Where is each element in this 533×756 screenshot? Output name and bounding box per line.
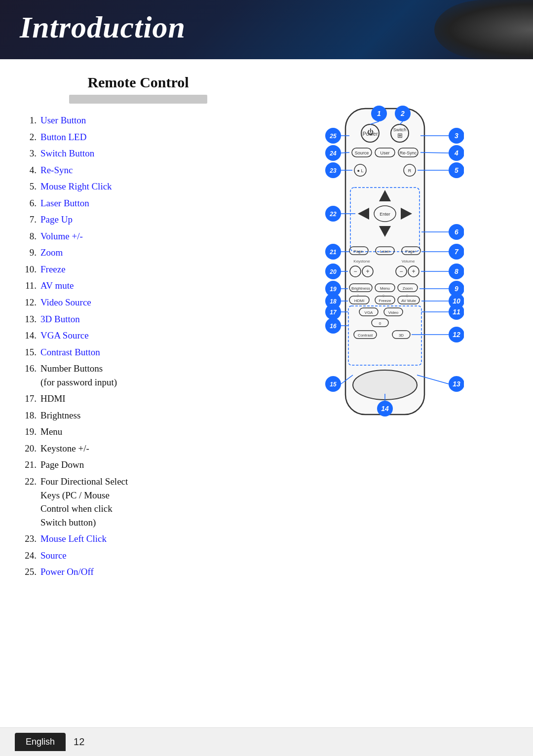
page-number: 12 <box>74 736 84 748</box>
svg-text:Page+: Page+ <box>405 249 417 254</box>
svg-text:HDMI: HDMI <box>354 299 364 303</box>
item-number: 17. <box>20 392 40 406</box>
item-label: Page Down <box>40 458 84 472</box>
svg-text:13: 13 <box>453 380 460 388</box>
svg-text:7: 7 <box>455 248 459 256</box>
item-label: Contrast Button <box>40 345 100 359</box>
svg-text:Freeze: Freeze <box>379 299 391 303</box>
svg-text:Menu: Menu <box>380 286 390 291</box>
svg-text:−: − <box>399 268 403 275</box>
item-label: Switch Button <box>40 147 94 160</box>
svg-text:0: 0 <box>379 321 381 326</box>
svg-text:Enter: Enter <box>380 212 390 217</box>
svg-text:6: 6 <box>455 228 458 236</box>
item-number: 19. <box>20 425 40 439</box>
svg-text:9: 9 <box>406 294 408 298</box>
item-label: Freeze <box>40 263 66 276</box>
item-number: 22. <box>20 475 40 489</box>
item-number: 20. <box>20 442 40 455</box>
list-item: 6.Laser Button <box>20 196 257 210</box>
item-number: 16. <box>20 362 40 376</box>
right-panel: Power ⏻ Switch ⊞ Source User Re-Sync ● L <box>266 74 513 582</box>
svg-text:Laser: Laser <box>380 249 390 254</box>
list-item: 24.Source <box>20 549 257 563</box>
svg-text:20: 20 <box>329 268 337 275</box>
item-label: VGA Source <box>40 329 89 342</box>
item-number: 1. <box>20 113 40 127</box>
section-heading: Remote Control <box>20 74 257 91</box>
item-number: 4. <box>20 163 40 177</box>
item-label: Keystone +/- <box>40 442 89 455</box>
item-number: 7. <box>20 213 40 227</box>
svg-text:25: 25 <box>329 133 337 140</box>
main-content: Remote Control 1.User Button2.Button LED… <box>0 59 533 611</box>
list-item: 25.Power On/Off <box>20 565 257 579</box>
svg-text:● L: ● L <box>357 168 364 173</box>
svg-text:3D: 3D <box>399 333 404 338</box>
left-panel: Remote Control 1.User Button2.Button LED… <box>20 74 257 582</box>
item-list: 1.User Button2.Button LED3.Switch Button… <box>20 113 257 579</box>
svg-text:9: 9 <box>455 285 458 293</box>
language-tab: English <box>15 733 66 751</box>
item-number: 9. <box>20 246 40 260</box>
item-number: 24. <box>20 549 40 563</box>
svg-text:16: 16 <box>330 323 337 330</box>
list-item: 17.HDMI <box>20 392 257 406</box>
svg-text:8: 8 <box>382 294 384 298</box>
item-number: 13. <box>20 312 40 326</box>
item-label: HDMI <box>40 392 66 406</box>
svg-text:⊞: ⊞ <box>397 132 403 139</box>
list-item: 11.AV mute <box>20 279 257 293</box>
list-item: 2.Button LED <box>20 130 257 144</box>
list-item: 8.Volume +/- <box>20 229 257 243</box>
remote-diagram: Power ⏻ Switch ⊞ Source User Re-Sync ● L <box>306 79 474 466</box>
item-number: 3. <box>20 147 40 160</box>
list-item: 12.Video Source <box>20 296 257 309</box>
item-label: Re-Sync <box>40 163 73 177</box>
svg-text:3: 3 <box>455 132 458 140</box>
list-item: 15.Contrast Button <box>20 345 257 359</box>
svg-text:12: 12 <box>453 331 460 339</box>
svg-text:User: User <box>380 151 389 155</box>
item-label: Power On/Off <box>40 565 94 579</box>
svg-text:Video: Video <box>388 310 399 315</box>
svg-text:Zoom: Zoom <box>403 286 413 291</box>
svg-text:17: 17 <box>330 309 337 316</box>
list-item: 22.Four Directional SelectKeys (PC / Mou… <box>20 475 257 529</box>
svg-text:Page-: Page- <box>353 249 364 254</box>
item-number: 25. <box>20 565 40 579</box>
item-number: 6. <box>20 196 40 210</box>
list-item: 9.Zoom <box>20 246 257 260</box>
svg-text:21: 21 <box>329 249 337 256</box>
svg-text:Keystone: Keystone <box>353 259 370 264</box>
list-item: 14.VGA Source <box>20 329 257 342</box>
item-number: 5. <box>20 180 40 193</box>
item-label: Zoom <box>40 246 63 260</box>
svg-text:+: + <box>412 268 415 275</box>
item-label: Mouse Right Click <box>40 180 112 193</box>
svg-text:Source: Source <box>355 151 369 155</box>
list-item: 21.Page Down <box>20 458 257 472</box>
svg-text:14: 14 <box>381 405 389 413</box>
list-item: 16.Number Buttons(for password input) <box>20 362 257 389</box>
svg-text:23: 23 <box>329 167 337 174</box>
item-number: 15. <box>20 345 40 359</box>
svg-text:AV Mute: AV Mute <box>401 299 417 303</box>
svg-text:11: 11 <box>453 308 460 316</box>
item-label: Four Directional SelectKeys (PC / MouseC… <box>40 475 128 529</box>
list-item: 1.User Button <box>20 113 257 127</box>
svg-text:R: R <box>408 168 412 173</box>
svg-line-120 <box>420 152 449 153</box>
svg-line-123 <box>341 152 349 153</box>
item-label: Volume +/- <box>40 229 83 243</box>
list-item: 19.Menu <box>20 425 257 439</box>
item-label: Page Up <box>40 213 73 227</box>
item-number: 14. <box>20 329 40 342</box>
item-label: AV mute <box>40 279 74 293</box>
item-number: 10. <box>20 263 40 276</box>
svg-text:4: 4 <box>454 149 458 157</box>
item-number: 18. <box>20 409 40 422</box>
list-item: 7.Page Up <box>20 213 257 227</box>
svg-text:22: 22 <box>329 211 337 218</box>
item-number: 2. <box>20 130 40 144</box>
